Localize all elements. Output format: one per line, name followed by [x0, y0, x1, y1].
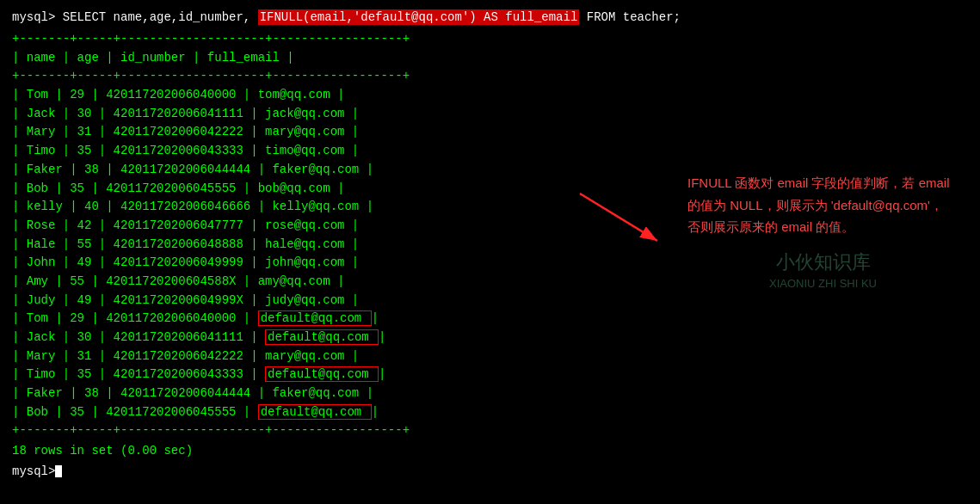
table-row: | Faker | 38 | 420117202006044444 | fake… [12, 384, 968, 403]
annotation-block: IFNULL 函数对 email 字段的值判断，若 email 的值为 NULL… [687, 172, 954, 238]
query-end: FROM teacher; [579, 10, 681, 24]
query-text: SELECT name,age,id_number, [63, 10, 258, 24]
mysql-prompt: mysql> [12, 10, 63, 24]
table-row: | Judy | 49 | 42011720200604999X | judy@… [12, 292, 968, 310]
table-row: | Bob | 35 | 420117202006045555 | defaul… [12, 403, 968, 422]
query-highlight: IFNULL(email,'default@qq.com') AS full_e… [258, 9, 580, 25]
table-row: | Tom | 29 | 420117202006040000 | defaul… [12, 310, 968, 329]
table-row: | Mary | 31 | 420117202006042222 | mary@… [12, 347, 968, 366]
table-row: | Jack | 30 | 420117202006041111 | jack@… [12, 105, 968, 124]
table-row: | Timo | 35 | 420117202006043333 | timo@… [12, 142, 968, 161]
arrow-annotation [571, 185, 675, 257]
table-row: | Hale | 55 | 420117202006048888 | hale@… [12, 236, 968, 255]
table-row: | Amy | 55 | 42011720200604588X | amy@qq… [12, 273, 968, 292]
table-row: | Timo | 35 | 420117202006043333 | defau… [12, 366, 968, 384]
svg-line-1 [580, 194, 657, 241]
annotation-text: IFNULL 函数对 email 字段的值判断，若 email 的值为 NULL… [687, 172, 954, 238]
table-separator-bottom: +-------+-----+--------------------+----… [12, 421, 968, 440]
result-count: 18 rows in set (0.00 sec) [12, 444, 968, 458]
table-separator-header: +-------+-----+--------------------+----… [12, 67, 968, 86]
terminal-window: mysql> SELECT name,age,id_number, IFNULL… [0, 0, 980, 487]
final-prompt: mysql> [12, 464, 968, 478]
query-line: mysql> SELECT name,age,id_number, IFNULL… [12, 9, 968, 27]
table-row: | John | 49 | 420117202006049999 | john@… [12, 254, 968, 273]
table-header: | name | age | id_number | full_email | [12, 49, 968, 68]
table-row: | Tom | 29 | 420117202006040000 | tom@qq… [12, 86, 968, 105]
table-separator-top: +-------+-----+--------------------+----… [12, 30, 968, 49]
cursor [55, 465, 62, 477]
table-row: | Jack | 30 | 420117202006041111 | defau… [12, 329, 968, 347]
table-row: | Mary | 31 | 420117202006042222 | mary@… [12, 123, 968, 142]
